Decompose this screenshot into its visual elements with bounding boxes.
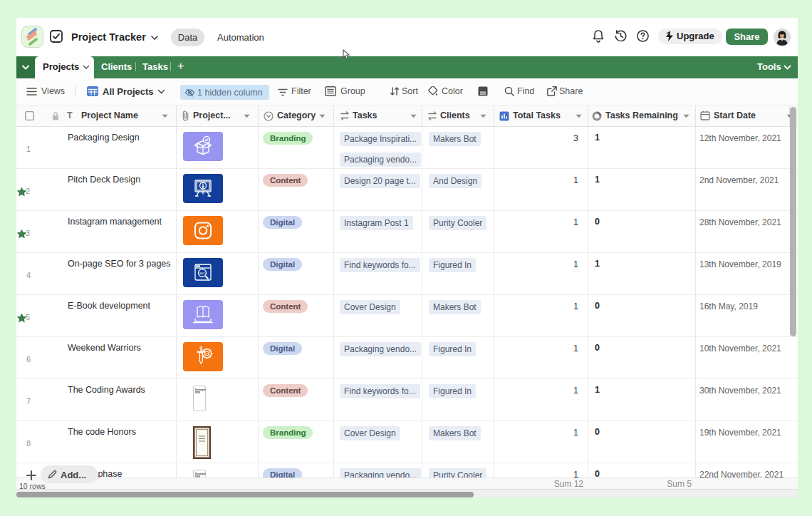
svg-text:PDF: PDF (195, 391, 201, 394)
svg-text:SEO: SEO (199, 272, 205, 275)
